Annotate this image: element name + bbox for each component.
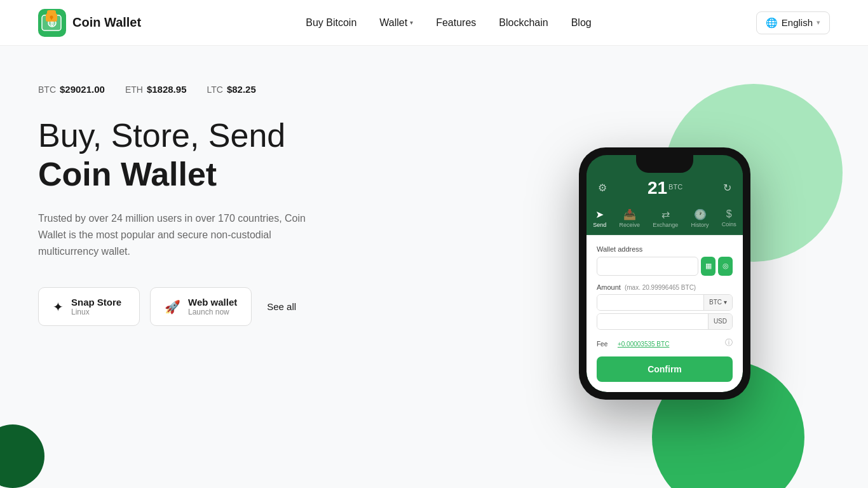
- globe-icon: 🌐: [766, 17, 778, 29]
- logo[interactable]: ₿ Coin Wallet: [38, 9, 141, 37]
- btc-symbol: BTC: [38, 85, 56, 95]
- dropdown-icon: ▾: [724, 299, 727, 306]
- app-nav-receive[interactable]: 📥 Receive: [619, 208, 640, 228]
- web-wallet-button[interactable]: 🚀 Web wallet Launch now: [150, 287, 252, 326]
- qr-icon: ▦: [705, 262, 712, 270]
- cta-buttons: ✦ Snap Store Linux 🚀 Web wallet Launch n…: [38, 287, 499, 326]
- language-selector[interactable]: 🌐 English ▾: [756, 11, 830, 34]
- amount-max: (max. 20.99996465 BTC): [625, 284, 696, 291]
- eth-symbol: ETH: [125, 85, 143, 95]
- hero-section: BTC $29021.00 ETH $1828.95 LTC $82.25 Bu…: [38, 71, 499, 326]
- snap-store-icon: ✦: [53, 299, 64, 315]
- nav-blockchain[interactable]: Blockchain: [499, 17, 548, 29]
- app-nav: ➤ Send 📥 Receive ⇄ Exchange 🕐: [587, 206, 743, 235]
- app-nav-exchange[interactable]: ⇄ Exchange: [653, 208, 678, 228]
- amount-group: Amount (max. 20.99996465 BTC) BTC ▾: [597, 283, 733, 330]
- qr-code-button[interactable]: ▦: [701, 257, 715, 276]
- usd-currency-label: USD: [708, 314, 732, 329]
- nav-blog[interactable]: Blog: [571, 17, 592, 29]
- phone-mockup: ⚙ 21BTC ↻ ➤ Send 📥: [579, 147, 750, 400]
- hero-subtitle: Buy, Store, Send: [38, 118, 499, 154]
- fee-info-icon[interactable]: ⓘ: [725, 337, 733, 348]
- hero-title: Coin Wallet: [38, 156, 499, 193]
- crypto-prices: BTC $29021.00 ETH $1828.95 LTC $82.25: [38, 84, 499, 95]
- exchange-icon: ⇄: [661, 208, 670, 220]
- nav-buy-bitcoin[interactable]: Buy Bitcoin: [306, 17, 356, 29]
- receive-icon: 📥: [623, 208, 636, 220]
- app-nav-send[interactable]: ➤ Send: [593, 208, 606, 228]
- phone-mockup-section: ⚙ 21BTC ↻ ➤ Send 📥: [499, 71, 830, 488]
- wallet-address-input[interactable]: [597, 257, 698, 276]
- hero-description: Trusted by over 24 million users in over…: [38, 210, 311, 259]
- app-header: ⚙ 21BTC ↻: [587, 173, 743, 206]
- btc-price-item: BTC $29021.00: [38, 84, 105, 95]
- fee-label: Fee: [597, 341, 607, 348]
- app-balance: 21BTC: [648, 179, 682, 197]
- logo-icon: ₿: [38, 9, 66, 37]
- nav-features[interactable]: Features: [436, 17, 476, 29]
- main-content: BTC $29021.00 ETH $1828.95 LTC $82.25 Bu…: [0, 46, 868, 488]
- fee-amount[interactable]: +0.00003535 BTC: [618, 341, 669, 348]
- amount-label: Amount: [597, 283, 621, 291]
- wallet-address-group: Wallet address ▦ ◎: [597, 245, 733, 276]
- chevron-down-icon: ▾: [410, 19, 413, 26]
- header: ₿ Coin Wallet Buy Bitcoin Wallet ▾ Featu…: [0, 0, 868, 46]
- app-nav-history[interactable]: 🕐 History: [691, 208, 709, 228]
- logo-text: Coin Wallet: [72, 15, 141, 30]
- ltc-price-item: LTC $82.25: [207, 84, 255, 95]
- phone-notch: [636, 155, 693, 173]
- history-icon: 🕐: [694, 208, 707, 220]
- confirm-button[interactable]: Confirm: [597, 356, 733, 382]
- svg-rect-8: [51, 17, 52, 20]
- main-nav: Buy Bitcoin Wallet ▾ Features Blockchain…: [306, 17, 591, 29]
- eth-price-item: ETH $1828.95: [125, 84, 187, 95]
- usd-amount-row: USD: [597, 313, 733, 330]
- usd-amount-input[interactable]: [597, 314, 708, 329]
- phone-frame: ⚙ 21BTC ↻ ➤ Send 📥: [579, 147, 750, 400]
- coins-icon: $: [726, 208, 732, 220]
- wallet-address-label: Wallet address: [597, 245, 733, 253]
- btc-price: $29021.00: [60, 84, 105, 95]
- snap-store-button[interactable]: ✦ Snap Store Linux: [38, 287, 140, 326]
- ltc-symbol: LTC: [207, 85, 222, 95]
- decorative-circle-left: [0, 424, 44, 488]
- app-nav-coins[interactable]: $ Coins: [722, 208, 736, 228]
- btc-currency-label: BTC ▾: [703, 295, 732, 310]
- ltc-price: $82.25: [227, 84, 256, 95]
- paste-button[interactable]: ◎: [718, 257, 733, 276]
- app-send-form: Wallet address ▦ ◎: [587, 235, 743, 392]
- btc-amount-row: BTC ▾: [597, 294, 733, 311]
- location-icon: ◎: [722, 262, 729, 270]
- fee-row: Fee +0.00003535 BTC ⓘ: [597, 337, 733, 349]
- phone-screen: ⚙ 21BTC ↻ ➤ Send 📥: [587, 155, 743, 392]
- chevron-down-icon: ▾: [817, 18, 820, 27]
- rocket-icon: 🚀: [165, 299, 180, 315]
- send-icon: ➤: [595, 208, 604, 220]
- eth-price: $1828.95: [147, 84, 187, 95]
- nav-wallet[interactable]: Wallet ▾: [379, 17, 413, 29]
- settings-icon[interactable]: ⚙: [598, 182, 607, 194]
- btc-amount-input[interactable]: [597, 295, 703, 310]
- see-all-link[interactable]: See all: [267, 301, 296, 312]
- refresh-icon[interactable]: ↻: [723, 182, 731, 194]
